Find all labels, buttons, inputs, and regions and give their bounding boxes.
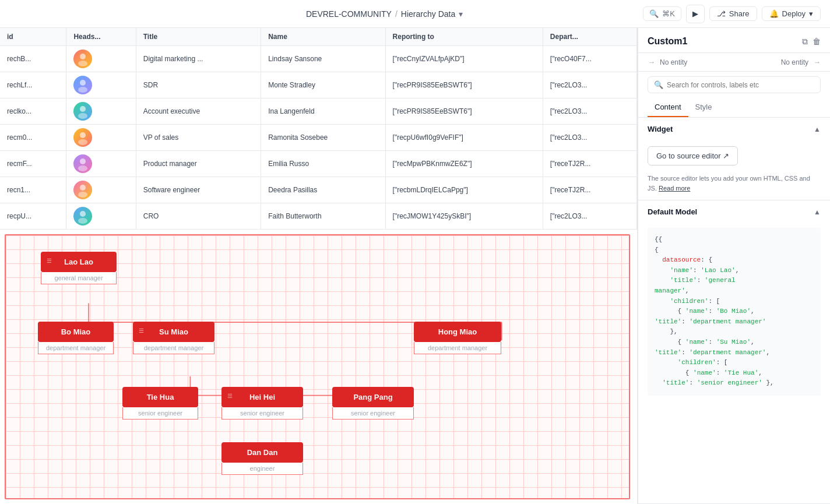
table-row: recn1... Software engineer Deedra Pasill… [0,177,637,203]
code-line-4: 'name': 'Lao Lao', [655,266,814,276]
search-button[interactable]: 🔍 ⌘K [643,6,681,21]
entity-right[interactable]: No entity [781,58,808,66]
chevron-up-icon: ▲ [814,125,821,133]
bell-icon: 🔔 [769,9,779,18]
default-model-header[interactable]: Default Model ▲ [638,200,830,223]
cell-title: Account executive [136,98,261,125]
cell-name: Faith Butterworth [261,203,385,230]
default-model-section: Default Model ▲ {{ { datasource: { 'name… [638,200,830,504]
col-header-reporting[interactable]: Reporting to [385,28,543,46]
widget-container[interactable]: Custom1 [5,234,630,499]
cell-depart: ["rec2LO3... [543,203,636,230]
svg-point-10 [80,185,86,191]
entity-left[interactable]: No entity [660,58,687,66]
svg-point-11 [78,192,87,198]
org-node-bo-miao[interactable]: Bo Miao department manager [38,322,114,354]
project-name[interactable]: DEVREL-COMMUNITY [306,9,392,19]
code-line-5: 'title': 'general [655,276,814,286]
org-node-dan-dan[interactable]: Dan Dan engineer [221,442,303,475]
cell-id: recn1... [0,177,66,203]
panel-header-icons: ⧉ 🗑 [802,37,821,47]
menu-icon-2: ☰ [139,327,144,334]
org-node-hong-miao[interactable]: Hong Miao department manager [414,322,501,354]
code-block: {{ { datasource: { 'name': 'Lao Lao', 't… [648,228,821,396]
deploy-label: Deploy [782,9,806,18]
table-row: recpU... CRO Faith Butterworth ["recJMOW… [0,203,637,230]
breadcrumb: DEVREL-COMMUNITY / Hierarchy Data ▾ [306,9,463,19]
widget-canvas: Custom1 [0,230,637,504]
svg-point-7 [78,139,87,145]
widget-section: Widget ▲ Go to source editor ↗ The sourc… [638,118,830,200]
org-node-pang-pang[interactable]: Pang Pang senior engineer [332,387,414,420]
cell-title: CRO [136,203,261,230]
col-header-depart[interactable]: Depart... [543,28,636,46]
arrow-right-icon: → [648,58,655,66]
cell-reporting: ["recbmLDrqIELCaPpg"] [385,177,543,203]
search-bar[interactable]: 🔍 [648,76,821,93]
cell-title: Software engineer [136,177,261,203]
svg-point-2 [80,80,86,86]
cell-reporting: ["recPR9IS85EeBSWT6"] [385,72,543,98]
delete-icon[interactable]: 🗑 [813,37,821,47]
dropdown-icon[interactable]: ▾ [459,9,463,19]
cell-id: reclko... [0,98,66,125]
search-shortcut: ⌘K [662,9,675,18]
cell-name: Ramonita Sosebee [261,125,385,151]
widget-section-header[interactable]: Widget ▲ [638,118,830,140]
search-input[interactable] [667,81,814,89]
cell-title: SDR [136,72,261,98]
cell-reporting: ["recCnyIZVALfpAjKD"] [385,46,543,72]
org-node-su-miao[interactable]: ☰ Su Miao department manager [133,322,214,354]
cell-avatar [66,98,136,125]
tab-style[interactable]: Style [688,98,719,117]
play-button[interactable]: ▶ [686,5,705,23]
org-node-hei-hei[interactable]: ☰ Hei Hei senior engineer [221,387,303,420]
col-header-name[interactable]: Name [261,28,385,46]
code-line-14: { 'name': 'Tie Hua', [655,368,814,379]
read-more-link[interactable]: Read more [659,185,690,192]
cell-reporting: ["recMpwPBKnmwZE6Z"] [385,151,543,177]
code-line-2: { [655,245,814,256]
cell-reporting: ["recJMOW1Y425ySkBI"] [385,203,543,230]
copy-icon[interactable]: ⧉ [802,37,808,47]
cell-name: Monte Stradley [261,72,385,98]
code-line-11: { 'name': 'Su Miao', [655,337,814,348]
code-line-3: datasource: { [655,255,814,266]
cell-avatar [66,46,136,72]
cell-depart: ["rec2LO3... [543,125,636,151]
code-line-13: 'children': [ [655,358,814,368]
col-header-title[interactable]: Title [136,28,261,46]
table-row: recmF... Product manager Emilia Russo ["… [0,151,637,177]
svg-point-8 [80,158,86,164]
default-model-title: Default Model [648,207,697,216]
topbar: DEVREL-COMMUNITY / Hierarchy Data ▾ 🔍 ⌘K… [0,0,830,28]
cell-avatar [66,203,136,230]
svg-point-12 [80,211,86,217]
share-label: Share [729,9,750,18]
code-line-9: 'title': 'department manager' [655,317,814,327]
cell-title: VP of sales [136,125,261,151]
page-name[interactable]: Hierarchy Data [401,9,455,19]
code-line-10: }, [655,327,814,337]
share-button[interactable]: ⎇ Share [709,6,757,21]
table-row: recm0... VP of sales Ramonita Sosebee ["… [0,125,637,151]
cell-id: recpU... [0,203,66,230]
data-table-container: id Heads... Title Name Reporting to Depa… [0,28,637,230]
tab-content[interactable]: Content [648,98,688,117]
col-header-id[interactable]: id [0,28,66,46]
svg-point-9 [78,165,87,171]
entity-row: → No entity No entity → [638,53,830,72]
deploy-button[interactable]: 🔔 Deploy ▾ [762,6,821,21]
arrow-right-icon-2: → [813,58,821,66]
col-header-heads[interactable]: Heads... [66,28,136,46]
cell-id: recm0... [0,125,66,151]
org-node-lao-lao[interactable]: ☰ Lao Lao general manager [41,252,117,284]
cell-avatar [66,72,136,98]
org-node-tie-hua[interactable]: Tie Hua senior engineer [122,387,198,420]
source-editor-button[interactable]: Go to source editor ↗ [648,146,738,165]
main-layout: id Heads... Title Name Reporting to Depa… [0,28,830,504]
svg-point-6 [80,132,86,138]
svg-point-4 [80,106,86,112]
cell-title: Digital marketing ... [136,46,261,72]
cell-avatar [66,177,136,203]
